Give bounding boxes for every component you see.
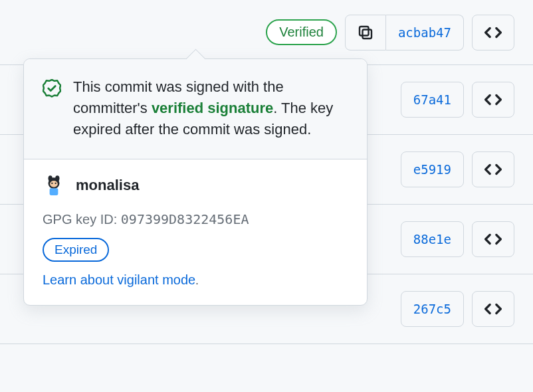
copy-button[interactable] [345, 15, 386, 50]
svg-rect-0 [362, 29, 372, 39]
browse-code-button[interactable] [472, 151, 514, 187]
svg-point-6 [50, 181, 58, 187]
svg-point-8 [54, 182, 56, 183]
svg-rect-1 [360, 27, 369, 36]
commit-actions-group: e5919 [401, 151, 464, 187]
expired-badge: Expired [43, 238, 109, 262]
commit-hash-link[interactable]: 67a41 [401, 82, 464, 118]
commit-actions-group: acbab47 [345, 15, 464, 50]
copy-icon [358, 25, 373, 41]
commit-row: Verified acbab47 [0, 0, 533, 65]
commit-hash-link[interactable]: e5919 [401, 151, 464, 187]
popover-header: This commit was signed with the committe… [24, 59, 367, 159]
gpg-key-id: 097399D8322456EA [121, 211, 249, 227]
verified-seal-icon [43, 79, 61, 100]
code-icon [484, 24, 502, 41]
commit-hash-link[interactable]: acbab47 [386, 15, 464, 50]
verified-badge[interactable]: Verified [266, 19, 337, 45]
commit-actions-group: 267c5 [401, 291, 464, 327]
commit-actions-group: 88e1e [401, 221, 464, 257]
avatar[interactable] [43, 174, 65, 197]
popover-message: This commit was signed with the committe… [73, 76, 348, 140]
code-icon [484, 91, 502, 108]
octocat-icon [43, 174, 65, 197]
commit-actions-group: 67a41 [401, 82, 464, 118]
signer-row: monalisa [43, 174, 348, 197]
browse-code-button[interactable] [472, 221, 514, 257]
vigilant-suffix: . [195, 275, 198, 286]
svg-point-7 [51, 182, 53, 183]
popover-body: monalisa GPG key ID: 097399D8322456EA Ex… [24, 159, 367, 305]
commit-hash-link[interactable]: 88e1e [401, 221, 464, 257]
gpg-key-row: GPG key ID: 097399D8322456EA [43, 211, 348, 227]
gpg-key-label: GPG key ID: [43, 212, 121, 227]
vigilant-mode-link[interactable]: Learn about vigilant mode [43, 272, 195, 288]
signer-username[interactable]: monalisa [76, 177, 139, 194]
browse-code-button[interactable] [472, 15, 514, 50]
verified-signature-link[interactable]: verified signature [152, 100, 273, 116]
browse-code-button[interactable] [472, 82, 514, 118]
code-icon [484, 231, 502, 248]
svg-rect-9 [50, 188, 58, 195]
code-icon [484, 300, 502, 318]
browse-code-button[interactable] [472, 291, 514, 327]
commit-hash-link[interactable]: 267c5 [401, 291, 464, 327]
signature-popover: This commit was signed with the committe… [23, 58, 368, 306]
code-icon [484, 161, 502, 178]
